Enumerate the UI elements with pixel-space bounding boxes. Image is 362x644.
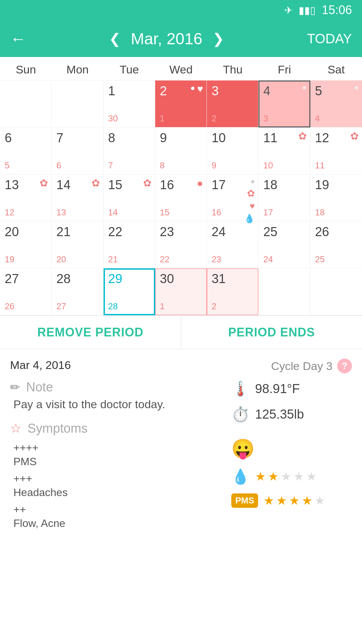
date-sub: 4	[315, 113, 320, 124]
temperature-value: 98.91°F	[255, 382, 300, 396]
note-text: Pay a visit to the doctor today.	[10, 398, 231, 411]
cal-cell-25[interactable]: 25 24	[258, 221, 310, 268]
date-sub: 30	[108, 113, 118, 124]
cal-cell-31[interactable]: 31 2	[207, 268, 258, 315]
cal-cell-22[interactable]: 22 21	[104, 221, 155, 268]
note-header: ✏ Note	[10, 380, 231, 394]
weight-row: ⏱️ 125.35lb	[231, 406, 352, 423]
symptoms-section: ☆ Symptoms ++++ PMS +++ Headaches ++ Flo…	[10, 421, 231, 530]
cell-icons: ● ♥	[190, 83, 203, 95]
date-number: 15	[108, 178, 122, 192]
date-sub: 2	[212, 113, 216, 124]
cal-cell-18[interactable]: 18 17	[258, 174, 310, 221]
date-number: 18	[263, 178, 277, 192]
star-filled: ★	[276, 494, 287, 508]
cal-cell-16[interactable]: ● 16 15	[155, 174, 207, 221]
cell-icons: ● ✿ ♥ 💧	[244, 177, 255, 224]
cal-cell-empty	[52, 80, 103, 127]
date-number: 8	[108, 131, 115, 145]
cal-cell-21[interactable]: 21 20	[52, 221, 103, 268]
symptom-item: ++++	[13, 442, 231, 454]
cal-cell-20[interactable]: 20 19	[0, 221, 52, 268]
cal-cell-27[interactable]: 27 26	[0, 268, 52, 315]
date-sub: 19	[5, 254, 14, 265]
cal-cell-23[interactable]: 23 22	[155, 221, 207, 268]
cal-cell-9[interactable]: 9 8	[155, 127, 207, 174]
cal-cell-empty	[258, 268, 310, 315]
date-number: 3	[212, 84, 219, 98]
cal-cell-15[interactable]: ✿ 15 14	[104, 174, 155, 221]
cal-cell-1[interactable]: 1 30	[104, 80, 155, 127]
cal-cell-29[interactable]: 29 28	[104, 268, 155, 315]
cal-cell-14[interactable]: ✿ 14 13	[52, 174, 103, 221]
thermometer-icon: 🌡️	[231, 380, 250, 397]
cal-cell-24[interactable]: 24 23	[207, 221, 258, 268]
cal-cell-26[interactable]: 26 25	[310, 221, 362, 268]
cal-cell-19[interactable]: 19 18	[310, 174, 362, 221]
cal-cell-4[interactable]: ● 4 3	[258, 80, 310, 127]
symptoms-list: ++++ PMS +++ Headaches ++ Flow, Acne	[10, 442, 231, 530]
date-sub: 11	[315, 160, 325, 171]
cal-cell-3[interactable]: 3 2	[207, 80, 258, 127]
info-date: Mar 4, 2016	[10, 359, 71, 372]
battery-icon: ▮▮▯	[299, 4, 316, 16]
date-number: 20	[5, 225, 19, 239]
date-number: 17	[212, 178, 226, 192]
action-buttons: REMOVE PERIOD PERIOD ENDS	[0, 316, 362, 349]
cal-cell-10[interactable]: 10 9	[207, 127, 258, 174]
scale-icon: ⏱️	[231, 406, 250, 423]
next-month-button[interactable]: ❯	[213, 31, 224, 47]
cell-icons: ✿	[298, 130, 307, 142]
star-filled: ★	[255, 470, 266, 484]
cycle-day-text: Cycle Day 3	[271, 360, 333, 373]
cell-icons: ●	[354, 83, 359, 92]
date-number: 14	[56, 178, 70, 192]
star-icon: ☆	[10, 421, 21, 436]
calendar: Sun Mon Tue Wed Thu Fri Sat 1 30 ● ♥ 2 1…	[0, 57, 362, 316]
date-number: 19	[315, 178, 329, 192]
date-sub: 21	[108, 254, 118, 265]
cal-cell-28[interactable]: 28 27	[52, 268, 103, 315]
drop-icon: 💧	[231, 468, 250, 485]
cycle-day-container: Cycle Day 3 ?	[271, 359, 352, 373]
flower-icon: ✿	[298, 130, 307, 142]
cell-icons: ✿	[350, 130, 359, 142]
flower-icon: ✿	[143, 177, 152, 189]
date-sub: 1	[160, 113, 165, 124]
date-sub: 26	[5, 301, 14, 312]
period-ends-button[interactable]: PERIOD ENDS	[181, 316, 362, 349]
date-number: 5	[315, 84, 322, 98]
calendar-header: Sun Mon Tue Wed Thu Fri Sat	[0, 57, 362, 80]
date-sub: 22	[160, 254, 170, 265]
main-info-section: ✏ Note Pay a visit to the doctor today. …	[0, 373, 362, 536]
mood-row: 😛	[231, 438, 352, 460]
today-button[interactable]: TODAY	[307, 31, 352, 46]
flower-icon: ✿	[92, 177, 100, 189]
remove-period-button[interactable]: REMOVE PERIOD	[0, 316, 181, 349]
prev-month-button[interactable]: ❮	[109, 31, 121, 47]
date-number: 23	[160, 225, 174, 239]
cal-cell-6[interactable]: 6 5	[0, 127, 52, 174]
cal-cell-2[interactable]: ● ♥ 2 1	[155, 80, 207, 127]
date-sub: 3	[263, 113, 268, 124]
cell-icons: ✿	[40, 177, 48, 189]
date-number: 25	[263, 225, 277, 239]
cal-cell-empty	[0, 80, 52, 127]
date-number: 26	[315, 225, 329, 239]
status-icons: ✈ ▮▮▯ 15:06	[284, 3, 352, 17]
cal-cell-11[interactable]: ✿ 11 10	[258, 127, 310, 174]
cal-cell-7[interactable]: 7 6	[52, 127, 103, 174]
cal-cell-13[interactable]: ✿ 13 12	[0, 174, 52, 221]
cal-cell-8[interactable]: 8 7	[104, 127, 155, 174]
cal-cell-5[interactable]: ● 5 4	[310, 80, 362, 127]
cal-cell-12[interactable]: ✿ 12 11	[310, 127, 362, 174]
flower-icon: ✿	[247, 188, 255, 199]
cal-cell-30[interactable]: 30 1	[155, 268, 207, 315]
cal-cell-17[interactable]: ● ✿ ♥ 💧 17 16	[207, 174, 258, 221]
left-info-column: ✏ Note Pay a visit to the doctor today. …	[10, 380, 231, 530]
symptom-name-pms: PMS	[13, 455, 231, 468]
symptoms-header: ☆ Symptoms	[10, 421, 231, 436]
help-button[interactable]: ?	[337, 359, 352, 373]
back-button[interactable]: ←	[10, 30, 26, 48]
date-sub: 10	[263, 160, 273, 171]
